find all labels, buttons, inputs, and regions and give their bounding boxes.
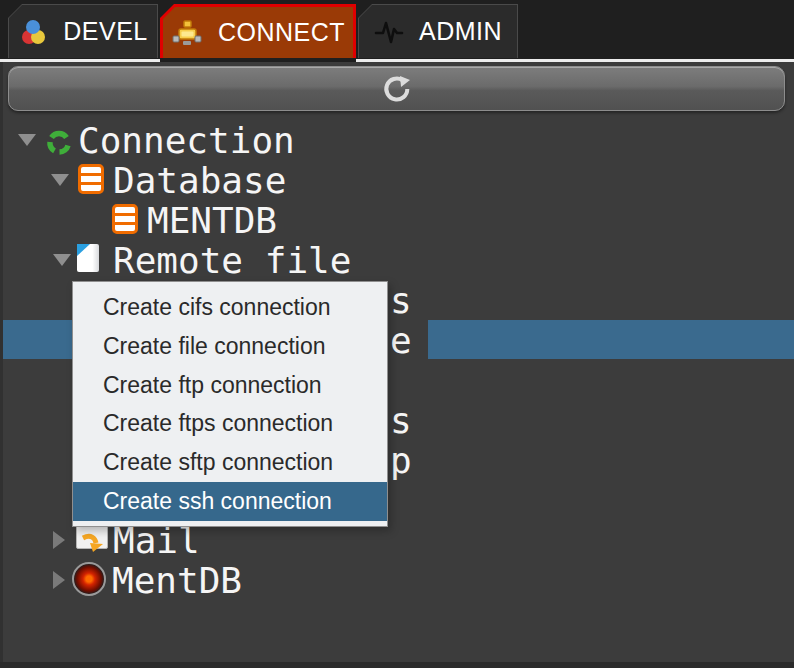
tab-devel-label: DEVEL	[63, 17, 147, 46]
network-icon	[171, 17, 203, 49]
context-menu: Create cifs connection Create file conne…	[72, 281, 388, 527]
tab-admin-body: ADMIN	[359, 5, 517, 58]
tab-connect-body: CONNECT	[163, 7, 353, 58]
tabbar-bottom-line	[0, 59, 160, 62]
database-icon	[78, 164, 104, 194]
mentdb-connect-panel: { "tab_bar": { "tabs": [ { "label": "DEV…	[0, 0, 794, 668]
tab-bar: DEVEL CONNECT	[0, 0, 794, 62]
tab-connect-label: CONNECT	[218, 18, 345, 47]
panel-bottom-edge	[0, 662, 794, 668]
expander-open-icon[interactable]	[18, 134, 36, 146]
expander-closed-icon[interactable]	[53, 531, 65, 549]
obscured-tree-row-fragment[interactable]: e	[390, 320, 450, 360]
pulse-icon	[374, 17, 404, 47]
tree-row-mentdb-db[interactable]: MENTDB	[0, 200, 794, 240]
menu-item-create-ftps-connection[interactable]: Create ftps connection	[73, 404, 387, 443]
expander-closed-icon[interactable]	[53, 571, 65, 589]
tree-row-database[interactable]: Database	[0, 160, 794, 200]
tree-label[interactable]: MENTDB	[147, 200, 277, 240]
refresh-button[interactable]	[8, 66, 785, 111]
tree-label[interactable]: Database	[113, 160, 286, 200]
file-icon	[77, 244, 99, 272]
mail-icon	[76, 525, 108, 549]
tree-row-mentdb-server[interactable]: MentDB	[0, 560, 794, 600]
refresh-icon	[380, 72, 414, 106]
expander-open-icon[interactable]	[53, 254, 71, 266]
tab-devel[interactable]: DEVEL	[8, 4, 158, 58]
selected-row-highlight	[3, 320, 72, 359]
tabbar-bottom-line	[356, 59, 794, 62]
tree-label[interactable]: Remote file	[113, 240, 351, 280]
database-icon	[112, 204, 138, 234]
tab-admin-label: ADMIN	[419, 17, 502, 46]
menu-item-create-ssh-connection[interactable]: Create ssh connection	[73, 482, 387, 521]
tab-devel-body: DEVEL	[9, 5, 157, 58]
expander-open-icon[interactable]	[51, 174, 69, 186]
obscured-tree-row-fragment[interactable]: p	[390, 440, 450, 480]
tree-row-remote-file[interactable]: Remote file	[0, 240, 794, 280]
mentdb-eye-icon	[72, 562, 106, 596]
obscured-tree-row-fragment[interactable]: s	[390, 400, 450, 440]
selected-row-highlight	[428, 320, 794, 359]
tree-row-connection[interactable]: Connection	[0, 120, 794, 160]
tab-admin[interactable]: ADMIN	[358, 4, 518, 58]
tree-label[interactable]: Connection	[78, 120, 295, 160]
menu-item-create-cifs-connection[interactable]: Create cifs connection	[73, 288, 387, 327]
menu-item-create-sftp-connection[interactable]: Create sftp connection	[73, 443, 387, 482]
obscured-tree-row-fragment[interactable]: s	[390, 280, 450, 320]
menu-item-create-ftp-connection[interactable]: Create ftp connection	[73, 366, 387, 405]
panel-left-edge	[0, 62, 3, 662]
menu-item-create-file-connection[interactable]: Create file connection	[73, 327, 387, 366]
color-circles-icon	[18, 17, 48, 47]
tree-label[interactable]: MentDB	[112, 560, 242, 600]
tab-connect[interactable]: CONNECT	[160, 4, 356, 58]
